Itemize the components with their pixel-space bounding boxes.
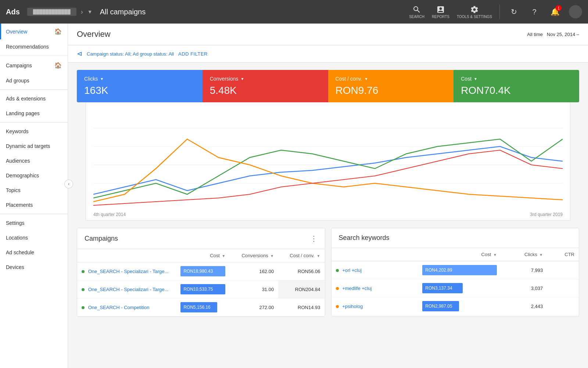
- sidebar-label-overview: Overview: [6, 29, 27, 35]
- cost-sort-arrow: ▼: [222, 254, 226, 258]
- campaign-conversions-cell: 272.00: [230, 298, 278, 316]
- metric-card-costconv[interactable]: Cost / conv. ▼ RON9.76: [328, 70, 454, 102]
- status-dot: [82, 270, 85, 273]
- reports-nav-button[interactable]: REPORTS: [432, 5, 449, 19]
- keyword-name[interactable]: +medlife +cluj: [342, 286, 372, 291]
- metric-card-conversions[interactable]: Conversions ▼ 5.48K: [202, 70, 328, 102]
- cost-bar: RON5,156.16: [180, 302, 217, 312]
- chart-area: 4th quarter 2014 3rd quarter 2019: [86, 102, 570, 220]
- sidebar-item-campaigns[interactable]: Campaigns 🏠: [0, 57, 68, 73]
- status-dot: [336, 287, 339, 290]
- campaign-costperconv-cell: RON14.93: [278, 298, 325, 316]
- sidebar-item-demographics[interactable]: Demographics: [0, 168, 68, 183]
- campaigns-col-name: [77, 249, 176, 262]
- campaign-name[interactable]: One_SEARCH - Specializari - Targe...: [88, 269, 169, 274]
- keyword-ctr-cell: [547, 261, 579, 279]
- date-value[interactable]: Nov 25, 2014 –: [547, 32, 579, 37]
- top-navigation: Ads ████████████ › ▼ All campaigns SEARC…: [0, 0, 588, 24]
- search-nav-button[interactable]: SEARCH: [409, 5, 424, 19]
- keywords-col-ctr[interactable]: CTR: [547, 248, 579, 261]
- keywords-table: Cost ▼ Clicks ▼ CTR: [331, 248, 579, 315]
- filter-adgroup-label: Ad group status:: [133, 51, 168, 57]
- cost-bar: RON2,987.05: [422, 301, 459, 311]
- add-filter-button[interactable]: ADD FILTER: [178, 51, 208, 57]
- campaign-costperconv-cell: RON56.06: [278, 262, 325, 280]
- account-avatar[interactable]: [569, 5, 582, 18]
- keywords-col-clicks[interactable]: Clicks ▼: [501, 248, 547, 261]
- metric-value-costconv: RON9.76: [336, 85, 447, 96]
- campaigns-menu-icon[interactable]: ⋮: [310, 234, 318, 243]
- sidebar-item-dynamicad[interactable]: Dynamic ad targets: [0, 139, 68, 153]
- date-range-label: All time: [527, 32, 543, 37]
- table-row: One_SEARCH - Specializari - Targe... RON…: [77, 280, 325, 298]
- notifications-button[interactable]: 🔔 1: [548, 5, 562, 18]
- chart-x-start: 4th quarter 2014: [93, 212, 126, 217]
- campaign-name-cell: One_SEARCH - Specializari - Targe...: [77, 262, 176, 280]
- sidebar-item-settings[interactable]: Settings: [0, 216, 68, 230]
- filter-campaign-label: Campaign status:: [87, 51, 124, 57]
- sidebar-label-placements: Placements: [6, 202, 33, 208]
- date-range: All time Nov 25, 2014 –: [527, 32, 579, 37]
- home-icon-overview: 🏠: [54, 28, 62, 35]
- table-row: One_SEARCH - Competition RON5,156.16 272…: [77, 298, 325, 316]
- sidebar-item-recommendations[interactable]: Recommendations: [0, 39, 68, 54]
- campaign-conversions-cell: 162.00: [230, 262, 278, 280]
- sidebar-label-demographics: Demographics: [6, 173, 39, 178]
- metric-card-cost[interactable]: Cost ▼ RON70.4K: [453, 70, 579, 102]
- sidebar-item-adgroups[interactable]: Ad groups: [0, 73, 68, 88]
- refresh-button[interactable]: ↻: [507, 5, 520, 18]
- metric-value-cost: RON70.4K: [461, 85, 572, 96]
- keyword-name-cell: +orl +cluj: [331, 261, 418, 279]
- breadcrumb-arrow: ›: [81, 8, 83, 16]
- costconv-dropdown-arrow: ▼: [364, 77, 368, 81]
- keyword-ctr-cell: [547, 297, 579, 315]
- sidebar-item-adschedule[interactable]: Ad schedule: [0, 245, 68, 260]
- sidebar-item-landingpages[interactable]: Landing pages: [0, 106, 68, 121]
- sidebar-item-placements[interactable]: Placements: [0, 198, 68, 212]
- sidebar-item-audiences[interactable]: Audiences: [0, 153, 68, 168]
- keyword-name[interactable]: +orl +cluj: [342, 268, 362, 273]
- metrics-section: Clicks ▼ 163K Conversions ▼ 5.48K Cost /…: [68, 63, 588, 220]
- keyword-ctr-cell: [547, 279, 579, 297]
- filter-bar: ⊲ Campaign status: All; Ad group status:…: [68, 45, 588, 63]
- metric-value-conversions: 5.48K: [210, 85, 321, 96]
- campaigns-col-conversions[interactable]: Conversions ▼: [230, 249, 278, 262]
- account-dropdown-arrow[interactable]: ▼: [87, 9, 93, 15]
- keyword-name[interactable]: +psiholog: [342, 304, 363, 309]
- sidebar-item-ads[interactable]: Ads & extensions: [0, 91, 68, 106]
- table-row: +psiholog RON2,987.05 2,443: [331, 297, 579, 315]
- metric-card-clicks[interactable]: Clicks ▼ 163K: [77, 70, 202, 102]
- table-row: +orl +cluj RON4,202.89 7,993: [331, 261, 579, 279]
- tools-nav-button[interactable]: TOOLS & SETTINGS: [457, 5, 492, 19]
- sidebar-item-topics[interactable]: Topics: [0, 183, 68, 198]
- keywords-col-cost[interactable]: Cost ▼: [418, 248, 501, 261]
- sidebar-label-dynamicad: Dynamic ad targets: [6, 143, 50, 149]
- campaign-name[interactable]: One_SEARCH - Specializari - Targe...: [88, 287, 169, 292]
- campaign-name[interactable]: One_SEARCH - Competition: [88, 305, 150, 310]
- sidebar-item-keywords[interactable]: Keywords: [0, 124, 68, 139]
- metric-label-clicks: Clicks ▼: [84, 76, 195, 82]
- filter-campaign-value: All: [125, 51, 130, 57]
- help-button[interactable]: ?: [528, 5, 541, 18]
- cost-bar: RON4,202.89: [422, 265, 497, 275]
- campaigns-card: Campaigns ⋮ Cost ▼ Conversions: [77, 228, 325, 317]
- status-dot: [336, 269, 339, 272]
- cost-bar: RON3,137.34: [422, 283, 463, 293]
- sidebar-item-locations[interactable]: Locations: [0, 230, 68, 245]
- filter-adgroup-value: All: [169, 51, 174, 57]
- account-selector[interactable]: ████████████: [27, 8, 76, 16]
- chart-axis-labels: 4th quarter 2014 3rd quarter 2019: [93, 210, 563, 219]
- campaign-cost-cell: RON18,980.43: [176, 262, 230, 280]
- sidebar-label-keywords: Keywords: [6, 128, 28, 134]
- keywords-col-name: [331, 248, 418, 261]
- sidebar-label-adgroups: Ad groups: [6, 78, 29, 84]
- sidebar-item-devices[interactable]: Devices: [0, 260, 68, 275]
- table-row: One_SEARCH - Specializari - Targe... RON…: [77, 262, 325, 280]
- campaign-cost-cell: RON10,533.75: [176, 280, 230, 298]
- sidebar-item-overview[interactable]: Overview 🏠: [0, 24, 68, 39]
- campaigns-col-cost[interactable]: Cost ▼: [176, 249, 230, 262]
- campaigns-table: Cost ▼ Conversions ▼ Cost / conv. ▼: [77, 249, 325, 316]
- campaigns-col-costperconv[interactable]: Cost / conv. ▼: [278, 249, 325, 262]
- metric-label-cost: Cost ▼: [461, 76, 572, 82]
- keywords-card-title: Search keywords: [339, 234, 390, 242]
